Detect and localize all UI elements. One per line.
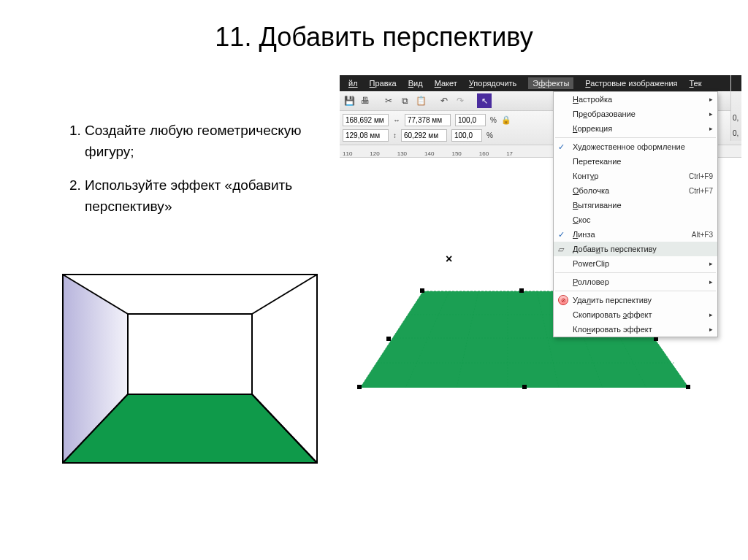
room-perspective-figure <box>62 274 318 464</box>
lock-icon[interactable]: 🔒 <box>501 115 511 125</box>
svg-rect-24 <box>386 337 391 341</box>
svg-rect-22 <box>522 385 527 389</box>
pos-x-field[interactable]: 168,692 мм <box>343 114 389 126</box>
print-icon[interactable]: 🖶 <box>359 94 372 107</box>
menu-item-powerclip[interactable]: PowerClip▸ <box>554 256 717 271</box>
check-icon: ✓ <box>558 142 565 152</box>
menu-item-settings[interactable]: Настройка▸ <box>554 92 717 107</box>
menu-item-contour[interactable]: КонтурCtrl+F9 <box>554 169 717 183</box>
menu-item-extrude[interactable]: Вытягивание <box>554 198 717 212</box>
perspective-icon: ▱ <box>558 245 564 254</box>
undo-icon[interactable]: ↶ <box>438 94 451 107</box>
menu-item-transform[interactable]: Преобразование▸ <box>554 107 717 121</box>
scale-x-field[interactable]: 100,0 <box>455 114 486 126</box>
height-field[interactable]: 60,292 мм <box>401 129 447 142</box>
width-field[interactable]: 77,378 мм <box>405 114 451 126</box>
ruler-tick: 17 <box>506 150 513 157</box>
svg-line-3 <box>252 275 317 314</box>
svg-rect-21 <box>357 385 362 389</box>
menu-item-correction[interactable]: Коррекция▸ <box>554 121 717 136</box>
menu-item-blend[interactable]: Перетекание <box>554 154 717 169</box>
menu-item-bevel[interactable]: Скос <box>554 212 717 227</box>
menu-separator <box>555 137 716 138</box>
menu-item-clone-effect[interactable]: Клонировать эффект▸ <box>554 322 717 337</box>
ruler-tick: 150 <box>451 150 461 157</box>
slide-title: 11. Добавить перспективу <box>0 22 748 53</box>
check-icon: ✓ <box>558 230 565 239</box>
menu-separator <box>555 291 716 291</box>
svg-rect-19 <box>519 288 524 293</box>
copy-icon[interactable]: ⧉ <box>398 94 411 107</box>
menu-edit[interactable]: Правка <box>370 79 397 88</box>
instruction-item: Используйте эффект «добавить перспективу… <box>85 175 313 217</box>
pos-y-field[interactable]: 129,08 мм <box>343 129 389 142</box>
menu-separator <box>555 272 716 273</box>
menu-text[interactable]: Тек <box>690 79 702 88</box>
menu-item-envelope[interactable]: ОболочкаCtrl+F7 <box>554 183 717 198</box>
height-label: ↕ <box>393 131 397 139</box>
ruler-tick: 120 <box>370 150 379 157</box>
percent-label: % <box>490 116 497 124</box>
svg-rect-23 <box>686 385 690 389</box>
menu-layout[interactable]: Макет <box>435 79 457 88</box>
menu-item-add-perspective[interactable]: ▱Добавить перспективу <box>554 242 717 256</box>
menu-item-clear-perspective[interactable]: ⊘Удалить перспективу <box>554 293 717 307</box>
ruler-tick: 140 <box>424 150 434 157</box>
scale-y-field[interactable]: 100,0 <box>451 129 482 142</box>
cut-icon[interactable]: ✂ <box>382 94 395 107</box>
menu-arrange[interactable]: Упорядочить <box>469 79 516 88</box>
effects-dropdown: Настройка▸ Преобразование▸ Коррекция▸ ✓Х… <box>553 91 718 337</box>
menu-item-artistic[interactable]: ✓Художественное оформление <box>554 139 717 154</box>
menu-view[interactable]: Вид <box>408 79 423 88</box>
forbidden-icon: ⊘ <box>558 295 568 305</box>
tool-icon[interactable]: ↖ <box>477 93 492 108</box>
menu-item-lens[interactable]: ✓ЛинзаAlt+F3 <box>554 227 717 242</box>
redo-icon[interactable]: ↷ <box>454 94 467 107</box>
ruler-tick: 130 <box>397 150 407 157</box>
ruler-tick: 110 <box>343 150 352 157</box>
menu-item-copy-effect[interactable]: Скопировать эффект▸ <box>554 307 717 322</box>
center-cross-icon: × <box>446 253 452 266</box>
menubar: йл Правка Вид Макет Упорядочить Эффекты … <box>340 75 741 91</box>
right-edge-strip: 0, 0, <box>730 75 741 141</box>
menu-effects[interactable]: Эффекты <box>528 77 573 89</box>
instruction-item: Создайте любую геометрическую фигуру; <box>85 120 313 162</box>
app-screenshot: йл Правка Вид Макет Упорядочить Эффекты … <box>340 75 741 411</box>
width-label: ↔ <box>393 116 400 124</box>
svg-rect-18 <box>420 288 424 293</box>
svg-rect-1 <box>128 314 252 394</box>
instructions-block: Создайте любую геометрическую фигуру; Ис… <box>64 120 313 230</box>
paste-icon[interactable]: 📋 <box>414 94 427 107</box>
menu-file[interactable]: йл <box>348 79 358 88</box>
ruler-tick: 160 <box>479 150 489 157</box>
menu-item-rollover[interactable]: Ролловер▸ <box>554 275 717 289</box>
save-icon[interactable]: 💾 <box>343 94 356 107</box>
menu-bitmaps[interactable]: Растровые изображения <box>585 79 677 88</box>
percent-label: % <box>486 131 493 139</box>
